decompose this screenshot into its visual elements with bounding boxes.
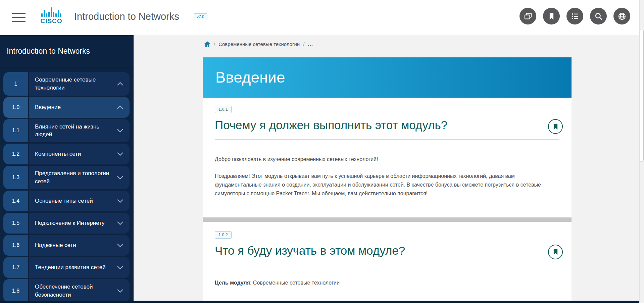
topic-heading: Что я буду изучать в этом модуле? — [215, 244, 537, 257]
topic-section-102: 1.0.2 Что я буду изучать в этом модуле? … — [203, 222, 572, 286]
goal-value: Современные сетевые технологии — [253, 280, 340, 286]
section-label: Надежные сети — [29, 235, 130, 256]
breadcrumb: / Современные сетевые технологии / ... — [204, 41, 313, 47]
module-banner-title: Введение — [203, 69, 285, 86]
course-sidebar: Introduction to Networks 1 Современные с… — [0, 35, 134, 303]
module-goal: Цель модуля: Современные сетевые техноло… — [215, 280, 559, 286]
sidebar-course-title: Introduction to Networks — [0, 35, 134, 56]
chevron-icon — [117, 129, 123, 133]
section-label: Представления и топологии сетей — [29, 166, 130, 189]
breadcrumb-section[interactable]: Современные сетевые технологии — [218, 41, 300, 47]
course-title: Introduction to Networks — [74, 11, 179, 22]
chevron-icon — [117, 265, 123, 269]
section-number: 1.8 — [3, 279, 28, 303]
section-number: 1.3 — [3, 166, 28, 189]
cisco-logo-text: CISCO — [36, 17, 66, 25]
sidebar-item-1-5[interactable]: 1.5 Подключение к Интернету — [3, 213, 130, 234]
top-header: CISCO Introduction to Networks v7.0 — [0, 0, 644, 35]
app-screen: CISCO Introduction to Networks v7.0 — [0, 0, 644, 303]
section-divider — [203, 217, 572, 222]
header-icon-bar — [519, 8, 630, 24]
scrollbar-thumb[interactable] — [640, 29, 644, 162]
goal-label: Цель модуля — [215, 280, 250, 286]
version-badge: v7.0 — [194, 13, 207, 20]
globe-icon[interactable] — [613, 8, 630, 24]
cisco-logo[interactable]: CISCO — [36, 6, 66, 25]
topic-section-101: 1.0.1 Почему я должен выполнить этот мод… — [203, 98, 572, 217]
chevron-icon — [117, 82, 123, 86]
cisco-bars-icon — [36, 6, 66, 17]
windows-icon[interactable] — [519, 8, 536, 24]
chevron-icon — [117, 289, 123, 293]
chevron-icon — [117, 221, 123, 225]
chevron-icon — [117, 243, 123, 247]
bookmark-icon[interactable] — [543, 8, 560, 24]
section-label: Компоненты сети — [29, 144, 130, 164]
chevron-icon — [117, 199, 123, 203]
topic-badge: 1.0.1 — [215, 106, 232, 113]
lesson-card: Введение 1.0.1 Почему я должен выполнить… — [203, 57, 572, 303]
sidebar-item-1-8[interactable]: 1.8 Обеспечение сетевой безопасности — [3, 279, 130, 303]
breadcrumb-separator: / — [303, 41, 304, 47]
section-number: 1.0 — [3, 97, 28, 118]
sidebar-item-1-3[interactable]: 1.3 Представления и топологии сетей — [3, 166, 130, 189]
topic-heading: Почему я должен выполнить этот модуль? — [215, 118, 537, 132]
section-number: 1.4 — [3, 191, 28, 211]
page-scrollbar[interactable] — [639, 0, 644, 303]
chevron-icon — [117, 152, 123, 156]
topic-badge: 1.0.2 — [215, 231, 232, 239]
sidebar-item-1[interactable]: 1 Современные сетевые технологии — [3, 72, 130, 96]
hamburger-menu-icon[interactable] — [12, 13, 26, 22]
section-label: Современные сетевые технологии — [29, 72, 130, 96]
section-label: Подключение к Интернету — [29, 213, 130, 234]
search-icon[interactable] — [590, 8, 607, 24]
chevron-icon — [117, 105, 123, 109]
section-label: Влияние сетей на жизнь людей — [29, 119, 130, 143]
sidebar-item-1-7[interactable]: 1.7 Тенденции развития сетей — [3, 257, 130, 278]
section-label: Введение — [29, 97, 130, 118]
section-number: 1.7 — [3, 257, 28, 278]
section-label: Тенденции развития сетей — [29, 257, 130, 278]
sidebar-item-1-1[interactable]: 1.1 Влияние сетей на жизнь людей — [3, 119, 130, 143]
section-number: 1.5 — [3, 213, 28, 234]
sidebar-item-1-6[interactable]: 1.6 Надежные сети — [3, 235, 130, 256]
home-icon[interactable] — [204, 41, 210, 47]
paragraph: Поздравляем! Этот модуль открывает вам п… — [215, 172, 559, 198]
section-number: 1.1 — [3, 119, 28, 143]
chevron-icon — [117, 175, 123, 180]
module-banner: Введение — [203, 57, 572, 98]
section-number: 1.2 — [3, 144, 28, 164]
section-number: 1.6 — [3, 235, 28, 256]
breadcrumb-separator: / — [214, 41, 215, 47]
heading-rule — [215, 265, 559, 265]
heading-rule — [215, 139, 559, 140]
sidebar-item-1-0[interactable]: 1.0 Введение — [3, 97, 130, 118]
section-number: 1 — [3, 72, 28, 96]
bottom-strip — [0, 301, 639, 303]
section-label: Основные типы сетей — [29, 191, 130, 211]
bookmark-topic-button[interactable] — [548, 119, 563, 134]
bookmark-topic-button[interactable] — [548, 245, 563, 259]
sidebar-item-1-2[interactable]: 1.2 Компоненты сети — [3, 144, 130, 164]
section-label: Обеспечение сетевой безопасности — [29, 279, 130, 303]
module-nav-list: 1 Современные сетевые технологии 1.0 Вве… — [0, 68, 134, 302]
breadcrumb-ellipsis[interactable]: ... — [308, 41, 313, 47]
list-icon[interactable] — [566, 8, 583, 24]
paragraph: Добро пожаловать в изучение современных … — [215, 155, 559, 164]
sidebar-item-1-4[interactable]: 1.4 Основные типы сетей — [3, 191, 130, 211]
